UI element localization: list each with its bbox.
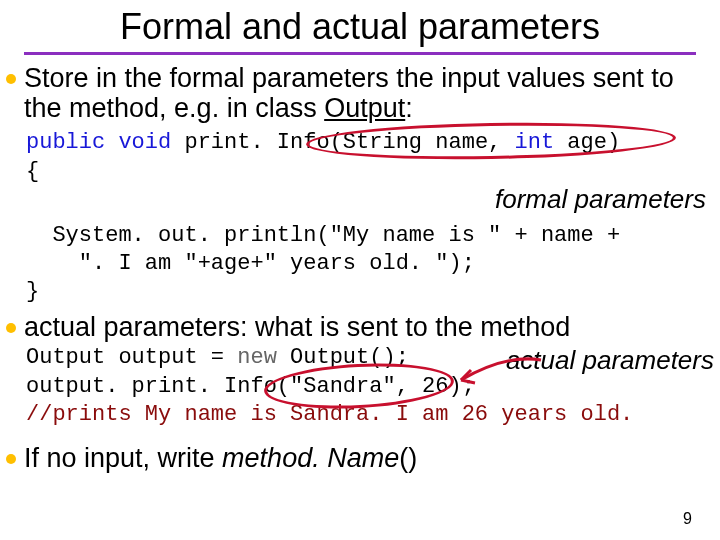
slide-content: Store in the formal parameters the input… bbox=[0, 63, 720, 473]
bullet-3-text: If no input, write method. Name() bbox=[24, 443, 417, 473]
bullet-3: If no input, write method. Name() bbox=[6, 443, 718, 473]
bullet-1-part-c: : bbox=[405, 93, 413, 123]
code-line-4: ". I am "+age+" years old. "); bbox=[26, 250, 718, 278]
bullet-1-text: Store in the formal parameters the input… bbox=[24, 63, 718, 123]
code-line-2: { bbox=[26, 158, 718, 186]
bullet-1: Store in the formal parameters the input… bbox=[6, 63, 718, 123]
bullet-3c: () bbox=[399, 443, 417, 473]
bullet-3a: If no input, write bbox=[24, 443, 222, 473]
bullet-dot-icon bbox=[6, 454, 16, 464]
title-underline bbox=[24, 52, 696, 55]
sp bbox=[105, 130, 118, 155]
bullet-2: actual parameters: what is sent to the m… bbox=[6, 312, 718, 342]
bullet-dot-icon bbox=[6, 74, 16, 84]
annotation-formal-parameters: formal parameters bbox=[495, 183, 706, 216]
slide-title: Formal and actual parameters bbox=[0, 0, 720, 52]
kw-new: new bbox=[237, 345, 277, 370]
code-block-actual: actual parameters Output output = new Ou… bbox=[26, 344, 718, 428]
code-line-1: public void print. Info(String name, int… bbox=[26, 129, 718, 157]
code-line-5: } bbox=[26, 278, 718, 306]
bullet-1-class-name: Output bbox=[324, 93, 405, 123]
code2-1a: Output output = bbox=[26, 345, 237, 370]
code-1f: age) bbox=[554, 130, 620, 155]
bullet-3-method: method. Name bbox=[222, 443, 399, 473]
bullet-2-text: actual parameters: what is sent to the m… bbox=[24, 312, 570, 342]
kw-public: public bbox=[26, 130, 105, 155]
kw-int: int bbox=[515, 130, 555, 155]
page-number: 9 bbox=[683, 510, 692, 528]
code2-1c: Output(); bbox=[277, 345, 409, 370]
code2-line-3-comment: //prints My name is Sandra. I am 26 year… bbox=[26, 401, 718, 429]
kw-void: void bbox=[118, 130, 171, 155]
code-block-formal: public void print. Info(String name, int… bbox=[26, 129, 718, 306]
bullet-dot-icon bbox=[6, 323, 16, 333]
code-line-3: System. out. println("My name is " + nam… bbox=[26, 222, 718, 250]
code-1d: print. Info(String name, bbox=[171, 130, 514, 155]
arrow-to-actual-icon bbox=[446, 350, 556, 400]
